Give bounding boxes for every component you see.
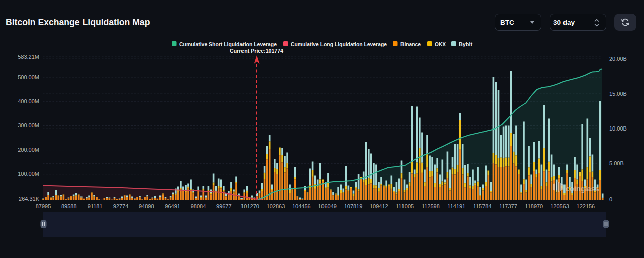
svg-text:89588: 89588 xyxy=(61,203,77,209)
svg-text:100.00M: 100.00M xyxy=(18,171,39,177)
svg-text:264.31K: 264.31K xyxy=(19,196,40,202)
svg-text:87995: 87995 xyxy=(36,203,51,209)
svg-text:115784: 115784 xyxy=(473,203,492,209)
svg-text:20.00B: 20.00B xyxy=(609,56,627,62)
svg-text:94898: 94898 xyxy=(139,203,154,209)
svg-text:102863: 102863 xyxy=(267,203,285,209)
svg-text:107819: 107819 xyxy=(344,203,363,209)
svg-text:109412: 109412 xyxy=(370,203,388,209)
svg-text:Bybit: Bybit xyxy=(459,41,472,47)
svg-text:101270: 101270 xyxy=(240,203,259,209)
svg-text:10.00B: 10.00B xyxy=(609,125,627,132)
svg-text:122156: 122156 xyxy=(577,203,595,209)
svg-text:583.21M: 583.21M xyxy=(18,54,39,60)
svg-text:Current Price:101774: Current Price:101774 xyxy=(230,48,284,54)
svg-text:5.00B: 5.00B xyxy=(609,160,624,166)
svg-text:OKX: OKX xyxy=(435,41,446,47)
svg-text:Cumulative Long Liquidation Le: Cumulative Long Liquidation Leverage xyxy=(291,41,387,47)
svg-text:92774: 92774 xyxy=(113,203,129,209)
svg-text:300.00M: 300.00M xyxy=(18,122,39,128)
svg-text:0: 0 xyxy=(609,196,612,202)
svg-text:99677: 99677 xyxy=(216,203,232,209)
svg-text:96491: 96491 xyxy=(165,203,180,209)
svg-text:114191: 114191 xyxy=(447,203,465,209)
svg-text:500.00M: 500.00M xyxy=(18,74,39,80)
svg-text:120563: 120563 xyxy=(550,203,569,209)
svg-text:98084: 98084 xyxy=(191,203,206,209)
svg-text:112598: 112598 xyxy=(422,203,440,209)
svg-text:200.00M: 200.00M xyxy=(18,147,39,153)
svg-text:104456: 104456 xyxy=(292,203,311,209)
svg-text:Binance: Binance xyxy=(400,41,421,47)
svg-text:117377: 117377 xyxy=(499,203,517,209)
svg-text:Cumulative Short Liquidation L: Cumulative Short Liquidation Leverage xyxy=(179,41,277,47)
svg-text:15.00B: 15.00B xyxy=(609,91,627,97)
svg-text:400.00M: 400.00M xyxy=(18,98,39,104)
svg-text:91181: 91181 xyxy=(88,203,103,209)
svg-text:coinglass: coinglass xyxy=(566,185,599,193)
svg-text:118970: 118970 xyxy=(525,203,543,209)
svg-text:111005: 111005 xyxy=(396,203,414,209)
svg-text:106049: 106049 xyxy=(318,203,337,209)
